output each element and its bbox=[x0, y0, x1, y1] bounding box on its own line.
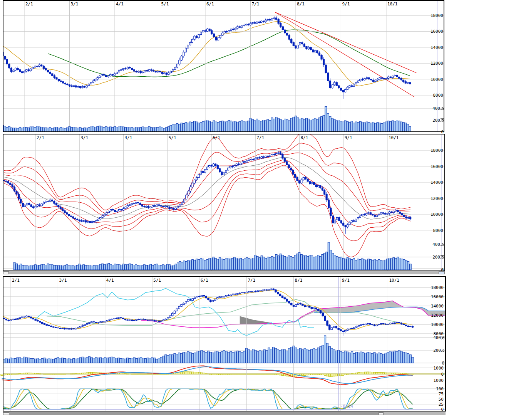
volume-bars bbox=[2, 106, 411, 132]
svg-text:8/1: 8/1 bbox=[300, 135, 308, 140]
svg-text:100: 100 bbox=[436, 386, 444, 391]
svg-text:8000: 8000 bbox=[433, 93, 444, 98]
month-axis-labels: 2/13/14/15/16/17/18/19/110/1 bbox=[12, 278, 399, 283]
svg-text:18000: 18000 bbox=[431, 13, 443, 18]
svg-text:5/1: 5/1 bbox=[153, 278, 161, 283]
grid bbox=[3, 0, 444, 132]
svg-text:6/1: 6/1 bbox=[213, 135, 220, 140]
svg-text:10000: 10000 bbox=[431, 77, 443, 82]
macd-indicator bbox=[1, 366, 446, 385]
panel3-scrollbar-left-thumb[interactable] bbox=[3, 412, 9, 415]
svg-text:14000: 14000 bbox=[431, 180, 443, 185]
svg-text:2/1: 2/1 bbox=[12, 278, 20, 283]
svg-text:5/1: 5/1 bbox=[161, 2, 169, 7]
candlesticks bbox=[3, 151, 411, 234]
svg-text:4/1: 4/1 bbox=[106, 278, 114, 283]
volume-bars bbox=[13, 242, 411, 270]
svg-text:6/1: 6/1 bbox=[206, 2, 214, 7]
trendline bbox=[275, 12, 414, 97]
svg-text:3/1: 3/1 bbox=[59, 278, 67, 283]
ichimoku-dark-cloud bbox=[240, 316, 273, 324]
svg-text:8/1: 8/1 bbox=[295, 278, 303, 283]
svg-text:200: 200 bbox=[433, 348, 441, 353]
svg-text:200: 200 bbox=[432, 118, 440, 123]
svg-text:25: 25 bbox=[439, 402, 444, 407]
svg-text:400: 400 bbox=[432, 242, 440, 247]
svg-text:400: 400 bbox=[433, 335, 441, 340]
svg-text:10000: 10000 bbox=[431, 322, 444, 327]
svg-text:-1000: -1000 bbox=[431, 378, 444, 383]
volume-axis-labels: 4002000 bbox=[433, 335, 444, 366]
svg-text:12000: 12000 bbox=[431, 313, 444, 318]
month-axis-labels: 2/13/14/15/16/17/18/19/110/1 bbox=[37, 135, 399, 140]
trendline bbox=[275, 12, 416, 73]
month-axis-labels: 2/13/14/15/16/17/18/19/110/1 bbox=[25, 2, 397, 7]
svg-text:14000: 14000 bbox=[431, 45, 443, 50]
panel2-scrollbar-left-thumb[interactable] bbox=[3, 271, 9, 274]
svg-text:0: 0 bbox=[441, 372, 444, 377]
panel1-overlays bbox=[3, 22, 410, 86]
svg-text:7/1: 7/1 bbox=[256, 135, 264, 140]
svg-text:9/1: 9/1 bbox=[342, 2, 350, 7]
stock-chart-app: 1800016000140001200010000800040020002/13… bbox=[0, 0, 526, 420]
grid bbox=[3, 134, 445, 271]
svg-text:14000: 14000 bbox=[431, 304, 444, 309]
svg-text:2/1: 2/1 bbox=[37, 135, 44, 140]
svg-text:4/1: 4/1 bbox=[124, 135, 132, 140]
svg-text:18000: 18000 bbox=[431, 285, 444, 290]
svg-text:200: 200 bbox=[432, 255, 440, 260]
panel-border bbox=[3, 134, 445, 271]
svg-text:16000: 16000 bbox=[431, 294, 444, 299]
svg-text:18000: 18000 bbox=[431, 148, 443, 153]
svg-text:3/1: 3/1 bbox=[70, 2, 78, 7]
svg-text:5/1: 5/1 bbox=[169, 135, 176, 140]
svg-text:7/1: 7/1 bbox=[251, 2, 259, 7]
panel2-bands bbox=[4, 133, 410, 257]
volume-axis-labels: 4002000 bbox=[432, 242, 444, 272]
svg-text:50: 50 bbox=[439, 397, 444, 402]
svg-text:9/1: 9/1 bbox=[345, 135, 352, 140]
svg-text:75: 75 bbox=[439, 391, 444, 396]
svg-text:6/1: 6/1 bbox=[201, 278, 208, 283]
svg-text:8/1: 8/1 bbox=[297, 2, 305, 7]
svg-text:8000: 8000 bbox=[433, 228, 444, 233]
svg-text:16000: 16000 bbox=[431, 29, 443, 34]
svg-text:0: 0 bbox=[442, 361, 444, 366]
svg-text:16000: 16000 bbox=[431, 164, 443, 169]
svg-text:3/1: 3/1 bbox=[80, 135, 88, 140]
svg-text:10/1: 10/1 bbox=[389, 135, 399, 140]
cursor-value-label: -8414 bbox=[340, 404, 353, 409]
panel3-scrollbar[interactable] bbox=[3, 412, 446, 415]
svg-text:9/1: 9/1 bbox=[342, 278, 350, 283]
svg-text:4/1: 4/1 bbox=[116, 2, 124, 7]
svg-text:12000: 12000 bbox=[431, 196, 443, 201]
volume-bars bbox=[1, 336, 414, 363]
chart-canvas[interactable]: 1800016000140001200010000800040020002/13… bbox=[0, 0, 526, 420]
svg-text:10000: 10000 bbox=[431, 212, 443, 217]
panel2-scrollbar-right-thumb[interactable] bbox=[439, 271, 445, 274]
panel2-bollinger-chart[interactable] bbox=[4, 133, 410, 257]
panel2-scrollbar[interactable] bbox=[3, 271, 445, 274]
svg-text:10/1: 10/1 bbox=[389, 278, 399, 283]
svg-text:2/1: 2/1 bbox=[25, 2, 33, 7]
svg-text:10/1: 10/1 bbox=[387, 2, 397, 7]
price-axis-labels: 18000160001400012000100008000 bbox=[431, 148, 443, 233]
price-axis-labels: 18000160001400012000100008000 bbox=[431, 13, 443, 98]
panel3-ichimoku-chart[interactable] bbox=[1, 288, 446, 409]
svg-text:400: 400 bbox=[432, 106, 440, 111]
svg-text:7/1: 7/1 bbox=[248, 278, 255, 283]
panel3-scrollbar-fill bbox=[9, 412, 379, 415]
panel3-scrollbar-thumb[interactable] bbox=[379, 412, 384, 415]
panel-border bbox=[3, 0, 444, 132]
svg-text:1000: 1000 bbox=[434, 366, 444, 371]
svg-text:12000: 12000 bbox=[431, 61, 443, 66]
